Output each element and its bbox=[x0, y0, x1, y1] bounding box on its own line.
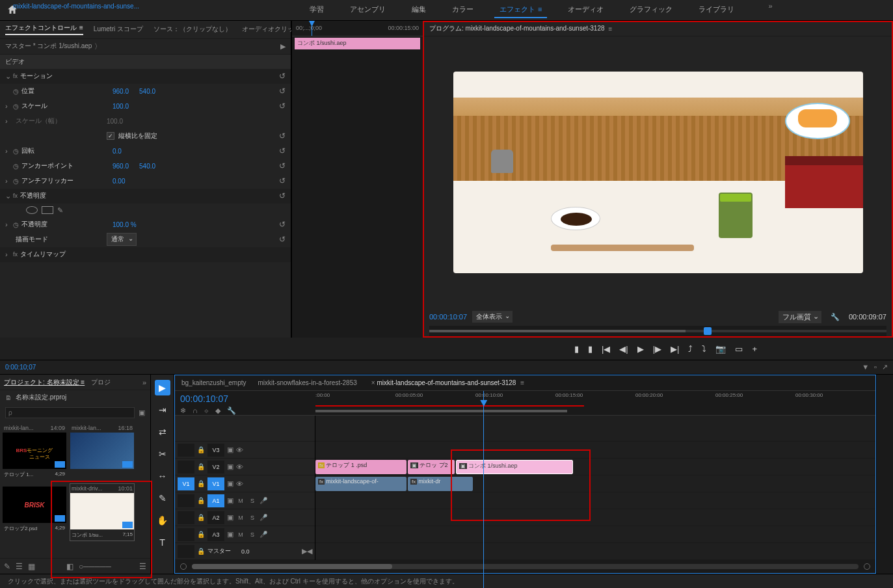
reset-icon[interactable]: ↺ bbox=[279, 220, 286, 229]
ws-tab-edit[interactable]: 編集 bbox=[407, 2, 431, 18]
zoom-out-icon[interactable] bbox=[180, 563, 187, 570]
mic-icon[interactable]: 🎤 bbox=[260, 531, 267, 538]
eye-icon[interactable]: 👁 bbox=[236, 463, 243, 471]
reset-icon[interactable]: ↺ bbox=[279, 87, 286, 96]
clip-sushi[interactable]: ▣コンポ 1/sushi.aep bbox=[456, 460, 573, 474]
pen-mask-icon[interactable]: ✎ bbox=[57, 206, 63, 215]
timeline-tab[interactable]: × mixkit-landscape-of-mountains-and-suns… bbox=[369, 379, 524, 386]
timeline-tab[interactable]: mixkit-snowflakes-in-a-forest-2853 bbox=[258, 379, 357, 386]
reset-icon[interactable]: ↺ bbox=[279, 131, 286, 140]
motion-section[interactable]: ⌄fx モーション ↺ bbox=[0, 69, 291, 84]
magnet-icon[interactable]: ∩ bbox=[193, 407, 198, 415]
fit-dropdown[interactable]: 全体表示 bbox=[472, 311, 513, 323]
new-item-icon[interactable]: ▫ bbox=[874, 363, 877, 371]
ws-tab-learn[interactable]: 学習 bbox=[304, 2, 329, 18]
marker-icon[interactable]: ◆ bbox=[215, 407, 220, 415]
ws-tab-assembly[interactable]: アセンブリ bbox=[345, 2, 391, 18]
time-remap-section[interactable]: ›fx タイムリマップ bbox=[0, 247, 291, 262]
nav-arrow-icon[interactable]: ▶ bbox=[280, 42, 286, 51]
type-tool-icon[interactable]: T bbox=[155, 535, 170, 550]
ripple-tool-icon[interactable]: ⇄ bbox=[155, 424, 170, 440]
go-out-icon[interactable]: ▶| bbox=[671, 344, 679, 354]
close-icon[interactable]: × bbox=[371, 379, 375, 386]
play-icon[interactable]: ▶ bbox=[637, 344, 644, 354]
overflow-icon[interactable]: » bbox=[142, 379, 146, 386]
freeform-icon[interactable]: ◧ bbox=[66, 562, 73, 571]
step-back-icon[interactable]: ◀| bbox=[619, 344, 628, 354]
clip-telop1[interactable]: fxテロップ 1 .psd bbox=[315, 460, 407, 474]
eye-icon[interactable]: 👁 bbox=[236, 480, 243, 488]
reset-icon[interactable]: ↺ bbox=[279, 72, 286, 81]
launch-icon[interactable]: ↗ bbox=[882, 363, 888, 371]
rect-mask-icon[interactable] bbox=[42, 206, 53, 214]
timeline-timecode[interactable]: 00:00:10:07 bbox=[180, 394, 310, 404]
rotation-value[interactable]: 0.0 bbox=[113, 148, 122, 155]
lock-icon[interactable]: 🔒 bbox=[197, 463, 205, 470]
export-frame-icon[interactable]: 📷 bbox=[715, 344, 726, 354]
bin-item[interactable]: mixkit-lan...16:18 bbox=[70, 423, 134, 480]
antiflicker-value[interactable]: 0.00 bbox=[113, 178, 125, 185]
reset-icon[interactable]: ↺ bbox=[279, 176, 286, 185]
zoom-slider[interactable]: ○───── bbox=[79, 562, 111, 571]
project-search[interactable] bbox=[5, 407, 135, 418]
reset-icon[interactable]: ↺ bbox=[279, 161, 286, 170]
lock-icon[interactable]: 🔒 bbox=[197, 497, 205, 504]
eye-icon[interactable]: 👁 bbox=[236, 446, 243, 454]
clip-mixkit2[interactable]: fxmixkit-dr bbox=[408, 477, 473, 491]
anchor-x[interactable]: 960.0 bbox=[113, 163, 129, 170]
track-select-tool-icon[interactable]: ⇥ bbox=[155, 402, 170, 418]
tab-effect-controls[interactable]: エフェクトコントロール≡ bbox=[5, 23, 83, 35]
stopwatch-icon[interactable]: ◷ bbox=[13, 103, 19, 110]
tab-source[interactable]: ソース：（クリップなし） bbox=[153, 25, 232, 34]
mark-out-icon[interactable]: ▮ bbox=[588, 344, 593, 354]
funnel-icon[interactable]: ▼ bbox=[862, 363, 869, 371]
step-fwd-icon[interactable]: |▶ bbox=[653, 344, 661, 354]
program-viewport[interactable] bbox=[424, 36, 892, 308]
hand-tool-icon[interactable]: ✋ bbox=[155, 513, 170, 528]
current-clip-link[interactable]: mixkit-landscape-of-mountains-and-sunse.… bbox=[10, 1, 142, 16]
aspect-lock-checkbox[interactable] bbox=[107, 132, 114, 140]
snap-icon[interactable]: ❄ bbox=[180, 407, 186, 415]
mark-in-icon[interactable]: ▮ bbox=[574, 344, 579, 354]
lock-icon[interactable]: 🔒 bbox=[197, 446, 205, 453]
track-header-a3[interactable]: 🔒 A3 ▣MS 🎤 bbox=[175, 526, 315, 543]
position-y[interactable]: 540.0 bbox=[139, 88, 155, 95]
slip-tool-icon[interactable]: ↔ bbox=[155, 468, 170, 484]
sort-icon[interactable]: ☰ bbox=[139, 562, 146, 571]
stopwatch-icon[interactable]: ◷ bbox=[13, 221, 19, 228]
ws-tab-audio[interactable]: オーディオ bbox=[563, 2, 609, 18]
pencil-icon[interactable]: ✎ bbox=[4, 562, 10, 571]
razor-tool-icon[interactable]: ✂ bbox=[155, 446, 170, 462]
timeline-scrollbar[interactable] bbox=[192, 564, 859, 569]
scale-value[interactable]: 100.0 bbox=[113, 103, 129, 110]
extract-icon[interactable]: ⤵ bbox=[702, 344, 706, 354]
clip-mixkit1[interactable]: fxmixkit-landscape-of- bbox=[315, 477, 407, 491]
reset-icon[interactable]: ↺ bbox=[279, 191, 286, 200]
reset-icon[interactable]: ↺ bbox=[279, 235, 286, 244]
eye-icon[interactable]: ▣ bbox=[227, 446, 233, 454]
overflow-icon[interactable]: » bbox=[768, 2, 772, 18]
ws-tab-effects[interactable]: エフェクト≡ bbox=[494, 2, 547, 18]
ellipse-mask-icon[interactable] bbox=[26, 206, 38, 214]
go-in-icon[interactable]: |◀ bbox=[602, 344, 610, 354]
project-tab-more[interactable]: プロジ bbox=[91, 378, 111, 387]
blend-mode-dropdown[interactable]: 通常 bbox=[107, 233, 137, 246]
tab-lumetri[interactable]: Lumetri スコープ bbox=[94, 25, 143, 34]
opacity-section[interactable]: ⌄fx 不透明度 ↺ bbox=[0, 189, 291, 204]
eye-icon[interactable]: ▣ bbox=[227, 479, 233, 488]
track-header-master[interactable]: 🔒 マスター 0.0 ▶◀ bbox=[175, 543, 315, 560]
mini-playhead[interactable] bbox=[312, 21, 312, 36]
track-header-a2[interactable]: 🔒 A2 ▣MS 🎤 bbox=[175, 509, 315, 526]
effect-timeline[interactable]: 00;...;0;00 00:00:15:00 コンポ 1/sushi.aep bbox=[291, 21, 423, 338]
track-header-v3[interactable]: 🔒 V3 ▣ 👁 bbox=[175, 442, 315, 459]
track-header-v1[interactable]: V1🔒 V1 ▣ 👁 bbox=[175, 475, 315, 492]
source-timecode[interactable]: 0:00:10;07 bbox=[5, 364, 36, 371]
wrench-icon[interactable]: 🔧 bbox=[831, 313, 840, 321]
bin-item[interactable]: BRISK テロップ2.psd4;29 bbox=[3, 484, 66, 541]
mic-icon[interactable]: 🎤 bbox=[260, 497, 267, 504]
mini-clip[interactable]: コンポ 1/sushi.aep bbox=[295, 38, 420, 49]
pen-tool-icon[interactable]: ✎ bbox=[155, 490, 170, 506]
lock-icon[interactable]: 🔒 bbox=[197, 480, 205, 487]
track-header-a1[interactable]: 🔒 A1 ▣MS 🎤 bbox=[175, 492, 315, 509]
lock-icon[interactable]: 🔒 bbox=[197, 548, 205, 555]
